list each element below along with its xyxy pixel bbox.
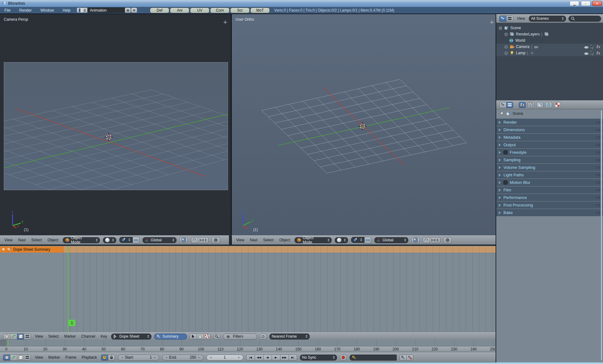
vp-menu-navi[interactable]: Navi — [17, 238, 27, 242]
panel-drag-grip[interactable] — [595, 121, 600, 124]
panel-performance[interactable]: Performance — [496, 194, 603, 201]
manipulator-toggle-button[interactable] — [133, 237, 139, 244]
renderability-camera-icon[interactable] — [596, 51, 600, 55]
editor-type-outliner-button[interactable] — [499, 16, 506, 22]
increment-arrow-icon[interactable] — [154, 356, 155, 358]
jump-to-start-button[interactable]: |◀ — [246, 355, 255, 361]
outliner-display-filter-select[interactable]: All Scenes — [529, 16, 566, 22]
filters-button[interactable]: ⊕ Filters — [223, 334, 257, 340]
snap-toggle-button[interactable] — [423, 237, 430, 243]
panel-light-paths[interactable]: Light Paths — [496, 171, 603, 179]
orientation-select[interactable]: Global — [143, 237, 177, 243]
delete-keyframe-button[interactable] — [406, 355, 413, 361]
increment-arrow-icon[interactable] — [198, 356, 200, 358]
panel-expand-arrow-icon[interactable] — [499, 204, 501, 207]
panel-drag-grip[interactable] — [595, 181, 600, 184]
opengl-render-button[interactable] — [212, 237, 220, 243]
panel-output[interactable]: Output — [496, 141, 603, 148]
insert-keyframe-button[interactable] — [399, 355, 406, 361]
quick-layout-scr[interactable]: Scr — [230, 8, 250, 13]
panel-dimensions[interactable]: Dimensions — [496, 126, 603, 133]
editor-type-nla-button[interactable] — [24, 334, 31, 340]
pivot-select[interactable] — [119, 237, 133, 243]
use-preview-range-button[interactable] — [101, 355, 108, 361]
dope-menu-view[interactable]: View — [34, 334, 44, 339]
panel-expand-arrow-icon[interactable] — [499, 166, 501, 169]
panel-bake[interactable]: Bake — [496, 209, 603, 216]
outliner-view-menu[interactable]: View — [516, 16, 526, 21]
visibility-icon[interactable] — [584, 46, 589, 49]
editor-type-properties-button[interactable] — [499, 102, 506, 108]
panel-drag-grip[interactable] — [595, 189, 600, 191]
panel-sampling[interactable]: Sampling — [496, 156, 603, 163]
outliner-search-input[interactable] — [568, 16, 601, 22]
panel-expand-arrow-icon[interactable] — [499, 121, 501, 124]
properties-scrollbar[interactable] — [600, 110, 602, 361]
area-split-plus-icon[interactable]: ✛ — [223, 20, 227, 25]
dope-menu-marker[interactable]: Marker — [63, 334, 77, 339]
keying-set-field[interactable] — [350, 355, 397, 361]
add-layout-button[interactable]: ⊕ — [125, 8, 131, 13]
orientation-select[interactable]: Global — [374, 237, 408, 243]
panel-render[interactable]: Render — [496, 119, 603, 126]
tab-scene[interactable] — [536, 102, 543, 108]
screen-layout-browse-button[interactable] — [77, 8, 88, 13]
menu-file[interactable]: File — [0, 8, 15, 13]
previous-keyframe-button[interactable]: ◀◀ — [255, 355, 263, 361]
snap-element-select[interactable] — [430, 237, 440, 243]
end-frame-field[interactable]: End: 250 — [162, 355, 204, 361]
panel-motion-blur[interactable]: Motion Blur — [496, 179, 603, 186]
renderability-camera-icon[interactable] — [596, 45, 600, 49]
panel-film[interactable]: Film — [496, 186, 603, 194]
panel-expand-arrow-icon[interactable] — [499, 174, 501, 177]
snap-toggle-button[interactable] — [191, 237, 198, 243]
outliner-row-camera[interactable]: + Camera | — [496, 44, 603, 50]
timeline-current-frame-line[interactable] — [8, 340, 8, 346]
outliner-row-lamp[interactable]: + Lamp | — [496, 50, 603, 56]
editor-type-timeline-button[interactable] — [3, 355, 10, 361]
pivot-select[interactable] — [351, 237, 364, 243]
panel-drag-grip[interactable] — [595, 159, 600, 161]
tab-world[interactable] — [545, 102, 552, 108]
sync-mode-select[interactable]: No Sync — [300, 355, 337, 361]
dope-menu-key[interactable]: Key — [99, 334, 108, 339]
layers-widget[interactable] — [180, 237, 188, 243]
increment-arrow-icon[interactable] — [238, 356, 240, 358]
tab-texture[interactable] — [554, 102, 561, 108]
play-reverse-button[interactable]: ◀ — [263, 355, 272, 361]
dope-summary-channel[interactable]: Dope Sheet Summary — [0, 246, 63, 253]
menu-render[interactable]: Render — [15, 8, 36, 13]
vp-menu-view[interactable]: View — [235, 238, 246, 242]
selectability-cursor-icon[interactable] — [590, 51, 595, 55]
editor-type-dopesheet-button[interactable] — [17, 355, 24, 361]
panel-expand-arrow-icon[interactable] — [499, 158, 501, 162]
panel-drag-grip[interactable] — [595, 136, 600, 139]
panel-drag-grip[interactable] — [595, 204, 600, 206]
shading-select[interactable] — [103, 237, 116, 243]
expand-icon[interactable]: + — [504, 33, 508, 36]
vp-menu-select[interactable]: Select — [30, 238, 43, 242]
restore-button[interactable]: ▫ — [581, 1, 590, 6]
expand-icon[interactable]: + — [504, 45, 508, 49]
delete-layout-button[interactable]: ✕ — [131, 8, 137, 13]
panel-expand-arrow-icon[interactable] — [499, 211, 501, 214]
decrement-arrow-icon[interactable] — [122, 356, 123, 358]
layers-widget[interactable] — [411, 237, 420, 243]
expand-icon[interactable]: + — [504, 51, 508, 55]
quick-layout-uv[interactable]: UV — [190, 8, 209, 13]
dope-menu-select[interactable]: Select — [47, 334, 60, 339]
editor-type-timeline-button[interactable] — [3, 334, 10, 340]
mode-select[interactable]: Object Mode — [63, 237, 100, 243]
tl-menu-frame[interactable]: Frame — [64, 355, 78, 360]
editor-type-nla-button[interactable] — [24, 355, 31, 361]
panel-expand-arrow-icon[interactable] — [499, 196, 501, 199]
outliner-row-scene[interactable]: − Scene — [496, 25, 603, 31]
panel-metadata[interactable]: Metadata — [496, 134, 603, 141]
pin-icon[interactable] — [499, 111, 504, 116]
decrement-arrow-icon[interactable] — [210, 356, 211, 358]
panel-drag-grip[interactable] — [595, 196, 600, 199]
vp-menu-navi[interactable]: Navi — [249, 238, 259, 242]
menu-window[interactable]: Window — [36, 8, 58, 13]
tl-menu-playback[interactable]: Playback — [80, 355, 98, 360]
tab-render-layers[interactable] — [528, 102, 535, 108]
